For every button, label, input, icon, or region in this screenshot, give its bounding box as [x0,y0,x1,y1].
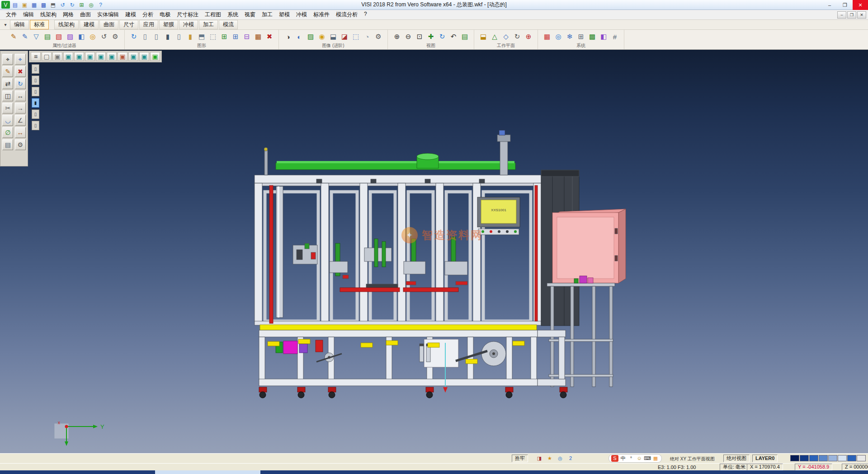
menu-modeling[interactable]: 建模 [122,10,139,19]
input-keyboard-icon[interactable]: ⌨ [644,455,651,462]
save-icon[interactable]: ▦ [30,1,38,9]
group-elements-icon[interactable]: ⊞ [219,31,229,42]
measure-distance-icon[interactable]: ∅ [2,127,13,138]
view-top-icon[interactable]: ▣ [74,52,84,61]
zoom-out-icon[interactable]: ⊖ [403,31,413,42]
workplane-view-icon[interactable]: ◇ [501,31,511,42]
dock-views-button[interactable]: ▯ [32,87,39,96]
menu-edit[interactable]: 编辑 [20,10,37,19]
tray-flash-icon[interactable]: ★ [546,455,554,462]
view-menu-icon[interactable]: ≡ [31,52,41,61]
child-minimize-button[interactable]: – [837,11,846,19]
view-left-icon[interactable]: ▣ [107,52,117,61]
extend-element-icon[interactable]: → [15,103,26,114]
stack-elements-icon[interactable]: ⊞ [231,31,241,42]
tab-die[interactable]: 冲模 [179,20,198,29]
menu-surface[interactable]: 曲面 [77,10,94,19]
mask-selection-icon[interactable]: ◧ [76,31,86,42]
active-layer-indicator[interactable]: LAYER0 [752,455,778,462]
view-iso-icon[interactable]: ▣ [63,52,73,61]
layer-filter-icon[interactable]: ▤ [42,31,52,42]
transparency-icon[interactable]: ◔ [362,31,372,42]
view-bottom-icon[interactable]: ▣ [128,52,138,61]
help-icon[interactable]: ? [96,1,105,9]
input-lang-icon[interactable]: 中 [619,455,627,462]
select-element-icon[interactable]: ⌖ [2,54,13,65]
profile-bar-4-icon[interactable]: ▯ [174,31,184,42]
view-list-icon[interactable]: ▤ [460,31,470,42]
menu-mold[interactable]: 塑模 [276,10,293,19]
input-toolbox-icon[interactable]: ▦ [652,455,659,462]
match-properties-icon[interactable]: ✎ [20,31,30,42]
background-color-icon[interactable]: ⬓ [328,31,338,42]
filter-options-icon[interactable]: ⚙ [110,31,120,42]
world-system-icon[interactable]: ◎ [553,31,563,42]
layer-panel-icon[interactable]: ▤ [2,139,13,150]
save-all-icon[interactable]: ▩ [39,1,48,9]
image-settings-icon[interactable]: ⚙ [373,31,383,42]
select-chain-icon[interactable]: ⌖ [15,54,26,65]
texture-map-icon[interactable]: ▨ [306,31,316,42]
layer-color-5[interactable] [828,455,837,461]
maximize-button[interactable]: ❐ [837,0,853,10]
tab-standard[interactable]: 标准 [30,20,49,29]
trim-element-icon[interactable]: ✂ [2,103,13,114]
sogou-logo-icon[interactable]: S [611,455,618,462]
menu-drafting[interactable]: 工程图 [202,10,224,19]
reset-filter-icon[interactable]: ↺ [99,31,109,42]
shaded-view-icon[interactable]: ◑ [283,31,293,42]
chamfer-corner-icon[interactable]: ∠ [15,115,26,126]
menu-wireframe[interactable]: 线架构 [37,10,60,19]
menu-flow-analysis[interactable]: 模流分析 [333,10,361,19]
lock-toggle[interactable]: 拴牢 [512,455,528,462]
delete-graphics-icon[interactable]: ✖ [264,31,274,42]
background-color-swatch[interactable] [857,455,866,461]
color-filter-icon[interactable]: ▧ [54,31,64,42]
profile-bar-2-icon[interactable]: ▯ [151,31,161,42]
section-view-icon[interactable]: ◪ [340,31,349,42]
workplane-standard-icon[interactable]: ⬓ [478,31,488,42]
tray-capture-icon[interactable]: ◨ [535,455,543,462]
extrude-shape-icon[interactable]: ⬒ [197,31,207,42]
menu-analysis[interactable]: 分析 [139,10,156,19]
view-mode-indicator[interactable]: 绝对视图 [723,455,750,462]
rotate-element-icon[interactable]: ↻ [15,78,26,89]
dock-history-button[interactable]: ▯ [32,109,39,119]
edit-attributes-icon[interactable]: ✎ [9,31,19,42]
profile-bar-3-icon[interactable]: ▮ [163,31,173,42]
workplane-origin-icon[interactable]: ⊕ [524,31,533,42]
tab-dimension[interactable]: 尺寸 [119,20,138,29]
layer-color-3[interactable] [809,455,818,461]
sketch-line-icon[interactable]: ✎ [2,66,13,77]
dock-shading-button[interactable]: ▮ [32,98,39,108]
layer-color-1[interactable] [790,455,799,461]
hatch-icon[interactable]: ▦ [253,31,263,42]
print-icon[interactable]: ⬒ [49,1,57,9]
workplane-3points-icon[interactable]: △ [490,31,500,42]
tab-overflow-icon[interactable]: ▾ [2,22,9,27]
active-color-swatch[interactable] [847,455,856,461]
type-filter-icon[interactable]: ▨ [65,31,75,42]
menu-window[interactable]: 视窗 [241,10,259,19]
workplane-rotate-icon[interactable]: ↻ [512,31,522,42]
highlight-elements-icon[interactable]: ◎ [88,31,98,42]
child-close-button[interactable]: ✕ [857,11,866,19]
dock-layers-button[interactable]: ▯ [32,76,39,85]
snap-settings-icon[interactable]: ❄ [565,31,575,42]
minimize-button[interactable]: – [822,0,837,10]
solid-bar-icon[interactable]: ▮ [185,31,195,42]
rotate-view-icon[interactable]: ↻ [437,31,447,42]
erase-element-icon[interactable]: ✖ [15,66,26,77]
half-shade-icon[interactable]: ◐ [294,31,304,42]
move-element-icon[interactable]: ⇄ [2,78,13,89]
view-dimetric-icon[interactable]: ▣ [139,52,149,61]
layer-color-6[interactable] [838,455,847,461]
profile-bar-1-icon[interactable]: ▯ [140,31,150,42]
globe-icon[interactable]: ◎ [87,1,95,9]
display-mode-icon[interactable]: ▢ [42,52,52,61]
menu-file[interactable]: 文件 [3,10,20,19]
grid-display-icon[interactable]: ⊞ [576,31,586,42]
boolean-op-icon[interactable]: ⊟ [242,31,252,42]
scale-element-icon[interactable]: ↔ [15,90,26,101]
screenshot-icon[interactable]: ⬚ [351,31,361,42]
